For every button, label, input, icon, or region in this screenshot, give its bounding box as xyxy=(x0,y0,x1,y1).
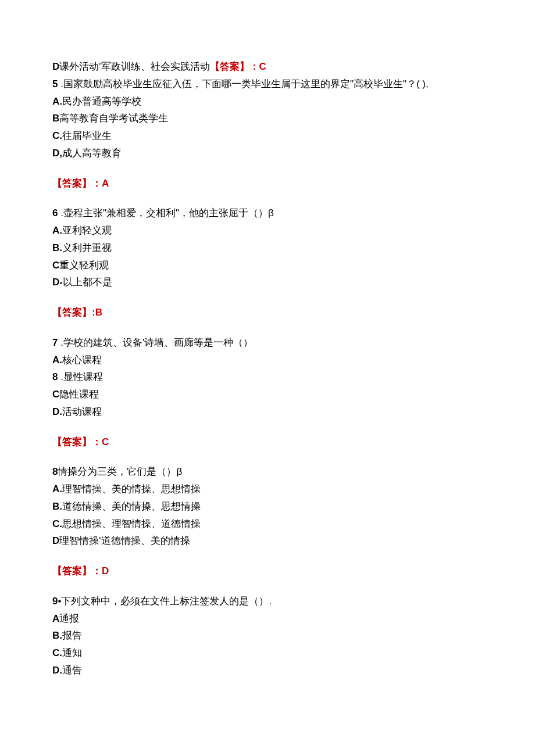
q7-stem: 7 .学校的建筑、设备'诗墙、画廊等是一种（） xyxy=(52,334,494,352)
option-prefix: D. xyxy=(52,406,62,417)
q5-option-c: C.往届毕业生 xyxy=(52,127,494,145)
q5-text: .国家鼓励高校毕业生应征入伍，下面哪一类毕业生属于这里的界定"高校毕业生"？( … xyxy=(58,78,428,89)
q7-option-d: D.活动课程 xyxy=(52,403,494,421)
q8-option-a: A.理智情操、美的情操、思想情操 xyxy=(52,481,494,498)
q9-option-c: C.通知 xyxy=(52,644,494,662)
q5-option-b: B高等教育自学考试类学生 xyxy=(52,110,494,127)
option-prefix: C xyxy=(52,260,59,271)
option-prefix: A xyxy=(52,613,59,624)
q6-option-c: C重义轻利观 xyxy=(52,257,494,274)
q6-option-d: D-以上都不是 xyxy=(52,274,494,291)
q8-text: 情操分为三类，它们是（）β xyxy=(58,466,182,477)
q8-answer: 【答案】：D xyxy=(52,562,494,580)
q9-option-b: B.报告 xyxy=(52,627,494,644)
option-prefix: A. xyxy=(52,225,62,236)
option-text: 高等教育自学考试类学生 xyxy=(59,113,168,124)
q8-option-d: D理智情操'道德情操、美的情操 xyxy=(52,532,494,550)
option-text: 重义轻利观 xyxy=(59,260,109,271)
q6-answer: 【答案】:B xyxy=(52,304,494,321)
option-prefix: C xyxy=(52,389,59,400)
option-text: 通知 xyxy=(62,647,82,658)
option-prefix: D, xyxy=(52,148,62,159)
option-text: 通报 xyxy=(59,613,79,624)
q6-text: .壶程主张"兼相爱，交相利"，他的主张屈于（）β xyxy=(58,207,273,218)
option-text: 亚利轻义观 xyxy=(62,225,112,236)
option-text: 报告 xyxy=(62,630,82,641)
option-text: 理智情操'道德情操、美的情操 xyxy=(59,535,190,546)
q7-option-a: A.核心课程 xyxy=(52,352,494,369)
q8-option-c: C.思想情操、理智情操、道德情操 xyxy=(52,515,494,533)
q5-option-d: D,成人高等教育 xyxy=(52,145,494,162)
option-prefix: D- xyxy=(52,277,63,288)
q9-stem: 9•下列文种中，必须在文件上标注签发人的是（）. xyxy=(52,593,494,610)
q8-stem: 8情操分为三类，它们是（）β xyxy=(52,463,494,481)
option-text: 隐性课程 xyxy=(59,389,99,400)
q7-answer: 【答案】：C xyxy=(52,433,494,451)
option-text: 道德情操、美的情操、思想情操 xyxy=(62,501,201,512)
option-prefix: C. xyxy=(52,647,62,658)
option-prefix: B. xyxy=(52,501,62,512)
option-text: 核心课程 xyxy=(62,354,102,366)
option-text: 义利并重视 xyxy=(62,242,112,253)
q7-option-c: C隐性课程 xyxy=(52,386,494,403)
option-text: 通告 xyxy=(62,665,82,676)
option-text: 活动课程 xyxy=(62,406,102,417)
q4-option-d-line: D课外活动'军政训练、社会实践活动【答案】：C xyxy=(52,58,494,76)
q6-option-a: A.亚利轻义观 xyxy=(52,222,494,239)
option-prefix: C. xyxy=(52,518,62,529)
option-prefix: B. xyxy=(52,630,62,641)
option-prefix: D xyxy=(52,535,59,546)
q6-stem: 6 .壶程主张"兼相爱，交相利"，他的主张屈于（）β xyxy=(52,205,494,222)
q8-option-b: B.道德情操、美的情操、思想情操 xyxy=(52,498,494,515)
option-prefix: D. xyxy=(52,665,62,676)
q9-option-a: A通报 xyxy=(52,610,494,628)
option-d-text: 课外活动'军政训练、社会实践活动 xyxy=(59,61,209,72)
option-prefix: B xyxy=(52,113,59,124)
q7-option-b: 8 .显性课程 xyxy=(52,368,494,386)
option-prefix: A. xyxy=(52,96,62,107)
q9-option-d: D.通告 xyxy=(52,662,494,679)
option-text: 民办普通高等学校 xyxy=(62,96,141,107)
option-prefix: A. xyxy=(52,483,62,495)
option-text: 成人高等教育 xyxy=(62,148,122,159)
answer-inline: 【答案】：C xyxy=(210,61,266,72)
option-prefix: C. xyxy=(52,130,62,141)
q9-text: •下列文种中，必须在文件上标注签发人的是（）. xyxy=(58,596,272,607)
option-prefix: A. xyxy=(52,354,62,366)
q5-option-a: A.民办普通高等学校 xyxy=(52,93,494,110)
q7-text: .学校的建筑、设备'诗墙、画廊等是一种（） xyxy=(58,337,253,348)
option-text: .显性课程 xyxy=(58,371,102,382)
q5-answer: 【答案】：A xyxy=(52,175,494,192)
option-text: 往届毕业生 xyxy=(62,130,112,141)
option-text: 思想情操、理智情操、道德情操 xyxy=(62,518,201,529)
q6-option-b: B.义利并重视 xyxy=(52,239,494,257)
option-text: 以上都不是 xyxy=(63,277,112,288)
option-prefix: B. xyxy=(52,242,62,253)
option-d-prefix: D xyxy=(52,61,59,72)
option-text: 理智情操、美的情操、思想情操 xyxy=(62,483,201,495)
q5-stem: 5 .国家鼓励高校毕业生应征入伍，下面哪一类毕业生属于这里的界定"高校毕业生"？… xyxy=(52,76,494,93)
